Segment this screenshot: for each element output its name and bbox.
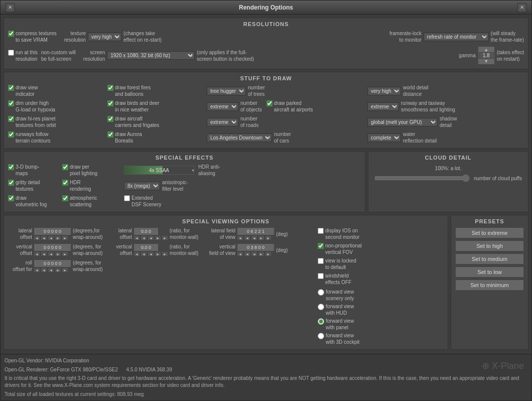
lateral-deg-down[interactable]: ◄: [34, 235, 40, 240]
vert-ratio-u[interactable]: ►: [155, 251, 161, 256]
draw-view-indicator-cb[interactable]: [8, 85, 14, 91]
vertical-deg-down3[interactable]: ◄: [48, 251, 54, 256]
lat-ratio-u[interactable]: ►: [155, 235, 161, 240]
roads-select[interactable]: extremenonelowmediumhigh: [207, 118, 238, 126]
screen-res-select[interactable]: 1920 x 1080, 32 bit (60 hz): [107, 51, 195, 60]
world-detail-select[interactable]: very highlowmediumhigh: [367, 87, 401, 95]
vert-fov-d2[interactable]: ◄: [244, 251, 250, 256]
non-prop-vfov-cb[interactable]: [318, 243, 324, 249]
preset-high-btn[interactable]: Set to high: [455, 240, 524, 251]
preset-medium-btn[interactable]: Set to medium: [455, 253, 524, 264]
vert-fov-d[interactable]: ◄: [237, 251, 243, 256]
lat-fov-d2[interactable]: ◄: [244, 235, 250, 240]
gamma-up-arrow[interactable]: ▲: [484, 47, 488, 52]
vertical-offset-deg-input[interactable]: [34, 243, 71, 251]
framerate-select[interactable]: refresh rate of monitor unlimited 30 fps…: [424, 33, 489, 41]
gritty-detail-group: gritty detailtextures: [8, 179, 58, 192]
preset-low-btn[interactable]: Set to low: [455, 266, 524, 278]
draw-aurora-label: draw AuroraBorealis: [115, 131, 142, 144]
lateral-ratio-input[interactable]: [134, 227, 159, 235]
preset-minimum-btn[interactable]: Set to minimum: [455, 280, 524, 291]
bump-maps-cb[interactable]: [8, 164, 14, 170]
forward-3d-radio[interactable]: [318, 333, 324, 339]
view-locked-cb[interactable]: [318, 258, 324, 264]
windshield-off-cb[interactable]: [318, 273, 324, 279]
dim-under-high-g-cb[interactable]: [8, 100, 14, 106]
forward-scenery-group: forward viewscenery only: [318, 289, 444, 302]
lat-fov-u2[interactable]: ►: [265, 235, 272, 240]
per-pixel-cb[interactable]: [62, 164, 68, 170]
roll-offset-input[interactable]: [34, 259, 71, 268]
runway-select[interactable]: extremelowmediumhigh: [367, 102, 399, 111]
draw-birds-deer-cb[interactable]: [107, 100, 113, 106]
roll-down3[interactable]: ◄: [48, 268, 54, 273]
atmospheric-cb[interactable]: [62, 195, 68, 201]
extended-dsf-cb[interactable]: [124, 195, 130, 201]
lat-fov-u[interactable]: ►: [258, 235, 264, 240]
vertical-deg-down2[interactable]: ◄: [41, 251, 47, 256]
vert-ratio-d2[interactable]: ◄: [141, 251, 147, 256]
vert-fov-u2[interactable]: ►: [265, 251, 272, 256]
vert-ratio-d[interactable]: ◄: [134, 251, 140, 256]
special-effects-section: SPECIAL EFFECTS 3-D bump-maps gritty det…: [4, 151, 365, 212]
display-ios-cb[interactable]: [318, 228, 324, 234]
forward-scenery-radio[interactable]: [318, 289, 324, 296]
preset-extreme-btn[interactable]: Set to extreme: [455, 227, 524, 238]
cars-select[interactable]: Los Angeles Downtown: [207, 133, 272, 142]
lateral-offset-deg-input[interactable]: [34, 227, 71, 235]
lat-ratio-d[interactable]: ◄: [134, 235, 140, 240]
lat-fov-d[interactable]: ◄: [237, 235, 243, 240]
dim-under-high-g-label: dim under highG-load or hypoxia: [16, 100, 55, 113]
lateral-deg-up[interactable]: ►: [55, 235, 61, 240]
lateral-fov-input[interactable]: [237, 227, 275, 235]
roll-up2[interactable]: ►: [62, 268, 68, 273]
hdr-rendering-cb[interactable]: [62, 180, 68, 186]
gritty-detail-cb[interactable]: [8, 180, 14, 186]
forward-hud-radio[interactable]: [318, 304, 324, 310]
draw-aurora-cb[interactable]: [107, 131, 113, 138]
lateral-deg-down3[interactable]: ◄: [48, 235, 54, 240]
close-btn-left[interactable]: ✕: [6, 3, 15, 12]
shadow-select[interactable]: global (melt your GPU)none: [367, 118, 438, 126]
close-btn-right[interactable]: ✕: [517, 3, 526, 12]
vertical-deg-down[interactable]: ◄: [34, 251, 40, 256]
vert-ratio-d3[interactable]: ◄: [148, 251, 154, 256]
vertical-ratio-input[interactable]: [134, 243, 159, 251]
compress-textures-checkbox[interactable]: [8, 31, 14, 37]
lat-ratio-u2[interactable]: ►: [162, 235, 168, 240]
cloud-slider[interactable]: [374, 174, 470, 182]
draw-hires-planet-cb[interactable]: [8, 116, 14, 122]
draw-view-indicator: draw viewindicator: [8, 84, 103, 97]
vert-fov-d3[interactable]: ◄: [251, 251, 257, 256]
roll-up[interactable]: ►: [55, 268, 61, 273]
trees-select[interactable]: tree huggernonesome: [207, 87, 246, 95]
volumetric-fog-cb[interactable]: [8, 195, 14, 201]
lat-ratio-d2[interactable]: ◄: [141, 235, 147, 240]
lat-fov-d3[interactable]: ◄: [251, 235, 257, 240]
lateral-offset-deg-spinner: ◄ ◄ ◄ ► ►: [34, 227, 71, 240]
water-select[interactable]: completenonelowmedium: [367, 133, 401, 142]
forward-panel-radio[interactable]: [318, 318, 324, 325]
texture-res-select[interactable]: very high high medium low extreme: [88, 33, 121, 41]
roll-down[interactable]: ◄: [34, 268, 40, 273]
run-at-res-checkbox[interactable]: [8, 50, 14, 56]
vertical-fov-input[interactable]: [237, 243, 275, 251]
lateral-deg-up2[interactable]: ►: [62, 235, 68, 240]
filter-select[interactable]: 8x (mega)none2x4x: [124, 182, 160, 190]
parked-aircraft-cb[interactable]: [267, 100, 273, 106]
vertical-deg-up[interactable]: ►: [55, 251, 61, 256]
gamma-down-arrow[interactable]: ▼: [484, 59, 488, 64]
gamma-input[interactable]: [479, 52, 494, 59]
gl-vendor-label: Open-GL Vendor:: [5, 358, 44, 363]
runways-follow-cb[interactable]: [8, 131, 14, 138]
vert-ratio-u2[interactable]: ►: [162, 251, 168, 256]
viewing-col4: display IOS onsecond monitor non-proport…: [318, 227, 444, 345]
draw-aircraft-carriers-cb[interactable]: [107, 116, 113, 122]
roll-down2[interactable]: ◄: [41, 268, 47, 273]
objects-select[interactable]: extremenonelowmediumhigh: [207, 102, 238, 111]
vertical-deg-up2[interactable]: ►: [62, 251, 68, 256]
draw-forest-fires-cb[interactable]: [107, 85, 113, 91]
vert-fov-u[interactable]: ►: [258, 251, 264, 256]
lat-ratio-d3[interactable]: ◄: [148, 235, 154, 240]
lateral-deg-down2[interactable]: ◄: [41, 235, 47, 240]
